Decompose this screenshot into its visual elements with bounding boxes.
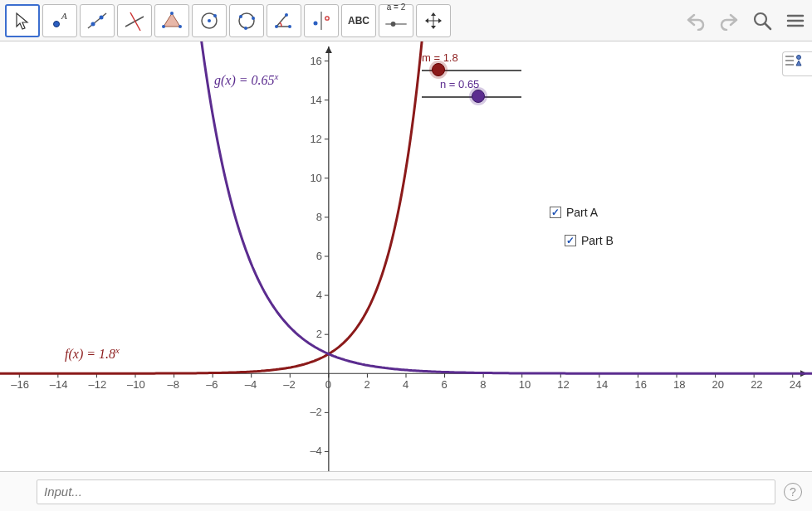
perpendicular-tool[interactable] — [117, 4, 152, 37]
checkbox-part-b[interactable] — [565, 235, 576, 246]
algebra-input[interactable] — [37, 479, 775, 504]
line-tool[interactable] — [80, 4, 115, 37]
svg-point-4 — [100, 15, 104, 19]
svg-point-23 — [325, 16, 329, 19]
svg-point-16 — [252, 17, 255, 20]
toolbar-right — [684, 0, 807, 41]
checkbox-part-a-row: Part A — [550, 206, 598, 219]
svg-point-10 — [162, 25, 165, 28]
svg-point-13 — [213, 14, 217, 17]
slider-tool[interactable]: a = 2 — [379, 4, 413, 37]
svg-point-22 — [314, 21, 318, 25]
graphics-view[interactable]: g(x) = 0.65x f(x) = 1.8x m = 1.8 n = 0.6… — [0, 41, 812, 471]
reflect-tool[interactable] — [304, 4, 339, 37]
undo-button[interactable] — [684, 9, 707, 32]
svg-point-9 — [179, 25, 182, 28]
svg-point-15 — [239, 15, 242, 18]
help-button[interactable]: ? — [784, 483, 802, 501]
svg-point-12 — [208, 19, 211, 22]
svg-marker-69 — [796, 61, 801, 66]
slider-n[interactable]: n = 0.65 — [422, 86, 538, 111]
svg-point-20 — [285, 13, 288, 17]
tool-group: A ABC a = 2 — [5, 4, 451, 37]
move-view-tool[interactable] — [416, 4, 451, 37]
polygon-tool[interactable] — [154, 4, 189, 37]
svg-point-17 — [244, 27, 247, 30]
text-tool[interactable]: ABC — [341, 4, 376, 37]
slider-n-label: n = 0.65 — [440, 78, 479, 90]
slider-n-handle[interactable] — [472, 90, 485, 103]
svg-line-5 — [125, 17, 144, 27]
svg-line-29 — [765, 23, 770, 29]
svg-point-19 — [288, 25, 291, 28]
checkbox-part-a[interactable] — [550, 207, 561, 218]
svg-point-18 — [275, 25, 278, 28]
svg-line-2 — [88, 13, 106, 28]
f-function-label: f(x) = 1.8x — [65, 345, 120, 362]
svg-point-70 — [797, 56, 801, 60]
circle-3pt-tool[interactable] — [229, 4, 264, 37]
search-button[interactable] — [751, 9, 774, 32]
abc-label: ABC — [348, 15, 369, 27]
circle-center-tool[interactable] — [192, 4, 227, 37]
plot-canvas — [0, 41, 812, 471]
redo-button[interactable] — [717, 9, 741, 32]
svg-point-3 — [91, 22, 95, 26]
angle-tool[interactable] — [267, 4, 301, 37]
point-tool[interactable]: A — [42, 4, 77, 37]
menu-button[interactable] — [784, 9, 807, 32]
svg-marker-7 — [164, 13, 180, 27]
slider-m[interactable]: m = 1.8 — [422, 60, 538, 85]
svg-point-0 — [54, 21, 60, 27]
slider-m-label: m = 1.8 — [422, 51, 458, 64]
slider-m-handle[interactable] — [432, 63, 445, 76]
toolbar: A ABC a = 2 — [0, 0, 812, 41]
checkbox-part-b-label: Part B — [581, 234, 614, 247]
checkbox-part-a-label: Part A — [566, 206, 598, 219]
move-tool[interactable] — [5, 4, 40, 37]
svg-point-25 — [391, 22, 396, 27]
g-function-label: g(x) = 0.65x — [214, 71, 278, 88]
checkbox-part-b-row: Part B — [565, 234, 614, 247]
side-panel-toggle[interactable] — [782, 51, 812, 76]
svg-text:A: A — [61, 11, 67, 21]
input-bar: ? — [0, 471, 812, 511]
svg-line-6 — [130, 12, 140, 31]
svg-point-8 — [170, 12, 174, 15]
slider-tool-label: a = 2 — [384, 3, 408, 38]
